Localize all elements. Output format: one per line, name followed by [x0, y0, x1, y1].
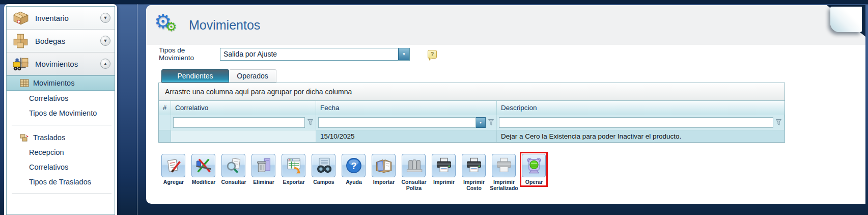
printer-disabled-icon: [495, 156, 513, 175]
ayuda-button[interactable]: ? Ayuda: [342, 154, 366, 185]
correlativo-filter-input[interactable]: [173, 117, 305, 128]
gear-green-icon: ⚙: [165, 19, 177, 34]
filter-funnel-icon[interactable]: [775, 119, 782, 126]
row-cell-num[interactable]: [159, 130, 171, 142]
sidebar: Inventario ▼ Bodegas ▼: [4, 4, 117, 215]
chevron-up-icon[interactable]: ▲: [100, 59, 110, 69]
sidebar-item-label: Tipos de Movimiento: [29, 109, 97, 117]
chevron-down-icon[interactable]: ▼: [100, 13, 110, 23]
sidebar-section-label: Inventario: [35, 14, 100, 22]
box-stack-icon: [12, 32, 30, 49]
add-note-icon: [164, 156, 183, 175]
operar-button[interactable]: Operar: [522, 154, 546, 185]
sidebar-item-correlativos[interactable]: Correlativos: [7, 91, 115, 105]
descripcion-filter-input[interactable]: [499, 117, 773, 128]
sidebar-item-tipos-de-movimiento[interactable]: Tipos de Movimiento: [7, 105, 115, 120]
printer-icon: [465, 156, 483, 175]
eliminar-button[interactable]: Eliminar: [251, 154, 275, 185]
column-header-num[interactable]: #: [159, 101, 171, 115]
movements-grid: Arrastre una columna aquí para agrupar p…: [158, 83, 785, 143]
crate-icon: [20, 79, 29, 87]
sidebar-section-inventario[interactable]: Inventario ▼: [7, 7, 115, 30]
gears-icon: ⚙ ⚙: [154, 9, 183, 38]
row-cell-descripcion[interactable]: Dejar a Cero la Existencia para poder In…: [497, 130, 785, 142]
help-tooltip-icon[interactable]: ?: [428, 50, 437, 59]
sidebar-item-label: Traslados: [33, 133, 65, 142]
sidebar-item-movimientos[interactable]: Movimientos: [7, 75, 115, 91]
main-panel: ⚙ ⚙ Movimientos Tipos de Movimiento Sali…: [146, 5, 865, 204]
filter-cell-descripcion: [497, 115, 785, 130]
chevron-down-icon[interactable]: ▼: [100, 36, 110, 46]
page-title: Movimientos: [189, 18, 260, 33]
movement-type-select[interactable]: Salida por Ajuste ▼: [220, 48, 410, 61]
column-header-fecha[interactable]: Fecha: [316, 101, 497, 115]
tab-pendientes[interactable]: Pendientes: [161, 69, 229, 83]
column-header-correlativo[interactable]: Correlativo: [171, 101, 316, 115]
edit-tools-icon: [194, 156, 213, 175]
export-table-icon: [285, 156, 303, 175]
modificar-button[interactable]: Modificar: [191, 154, 215, 185]
grid-header-row: # Correlativo Fecha Descripcion: [159, 101, 785, 115]
search-document-icon: [225, 156, 243, 175]
group-by-panel[interactable]: Arrastre una columna aquí para agrupar p…: [159, 83, 785, 101]
sidebar-item-correlativos-traslados[interactable]: Correlativos: [7, 159, 115, 174]
traffic-light-icon: [525, 156, 543, 175]
sidebar-section-bodegas[interactable]: Bodegas ▼: [7, 30, 115, 52]
sidebar-section-label: Movimientos: [35, 60, 100, 68]
agregar-button[interactable]: Agregar: [161, 154, 185, 185]
chevron-down-icon[interactable]: ▼: [476, 117, 486, 128]
importar-button[interactable]: Importar: [372, 154, 396, 185]
movement-type-row: Tipos de Movimiento Salida por Ajuste ▼ …: [159, 46, 437, 62]
sidebar-accordion: Inventario ▼ Bodegas ▼: [6, 6, 115, 215]
filter-cell-correlativo: [171, 115, 316, 130]
forklift-icon: [12, 55, 30, 72]
column-header-descripcion[interactable]: Descripcion: [497, 101, 785, 115]
app-window: Inventario ▼ Bodegas ▼: [0, 0, 868, 215]
printer-icon: [435, 156, 453, 175]
sidebar-section-label: Bodegas: [35, 37, 100, 45]
movement-type-label: Tipos de Movimiento: [159, 46, 220, 62]
campos-button[interactable]: Campos: [312, 154, 335, 185]
open-box-icon: [12, 9, 30, 26]
row-cell-fecha[interactable]: 15/10/2025: [316, 130, 497, 142]
sidebar-item-tipos-de-traslados[interactable]: Tipos de Traslados: [7, 174, 115, 189]
imprimir-button[interactable]: Imprimir: [432, 154, 456, 185]
delete-trash-icon: [255, 156, 273, 175]
imprimir-costo-button[interactable]: Imprimir Costo: [462, 154, 486, 191]
filter-funnel-icon[interactable]: [307, 119, 314, 126]
sidebar-item-label: Movimientos: [33, 79, 74, 87]
consultar-button[interactable]: Consultar: [221, 154, 245, 185]
action-toolbar: Agregar Modificar: [161, 154, 546, 191]
table-row[interactable]: 15/10/2025 Dejar a Cero la Existencia pa…: [159, 130, 785, 142]
row-cell-correlativo[interactable]: [171, 130, 316, 142]
exportar-button[interactable]: Exportar: [282, 154, 305, 185]
movement-type-value: Salida por Ajuste: [220, 50, 398, 58]
import-book-icon: [375, 156, 393, 175]
sidebar-item-traslados[interactable]: Traslados: [7, 130, 115, 145]
tab-bar: Pendientes Operados: [161, 69, 276, 83]
sidebar-divider: [12, 194, 111, 194]
sidebar-divider: [12, 125, 111, 125]
fecha-filter-input[interactable]: [318, 117, 476, 128]
sidebar-item-label: Recepcion: [29, 148, 64, 156]
filter-cell-num: [159, 115, 171, 130]
sidebar-section-movimientos[interactable]: Movimientos ▲: [7, 52, 115, 75]
page-curl-icon: [830, 7, 862, 32]
chevron-down-icon[interactable]: ▼: [398, 48, 409, 60]
help-icon: ?: [345, 156, 363, 175]
consultar-poliza-button[interactable]: Consultar Poliza: [402, 154, 426, 191]
sidebar-item-recepcion[interactable]: Recepcion: [7, 145, 115, 159]
page-title-block: ⚙ ⚙ Movimientos: [154, 9, 260, 38]
ledger-binders-icon: [405, 156, 423, 175]
imprimir-serializado-button[interactable]: Imprimir Serializado: [492, 154, 516, 191]
filter-cell-fecha: ▼: [316, 115, 497, 130]
transfer-boxes-icon: [20, 133, 29, 142]
panel-separator: [137, 4, 137, 215]
sidebar-item-label: Correlativos: [29, 163, 68, 171]
sidebar-item-label: Correlativos: [29, 94, 68, 102]
filter-funnel-icon[interactable]: [488, 119, 494, 126]
svg-text:?: ?: [351, 161, 356, 171]
tab-operados[interactable]: Operados: [229, 69, 276, 83]
grid-filter-row: ▼: [159, 115, 785, 130]
binoculars-list-icon: [315, 156, 333, 175]
